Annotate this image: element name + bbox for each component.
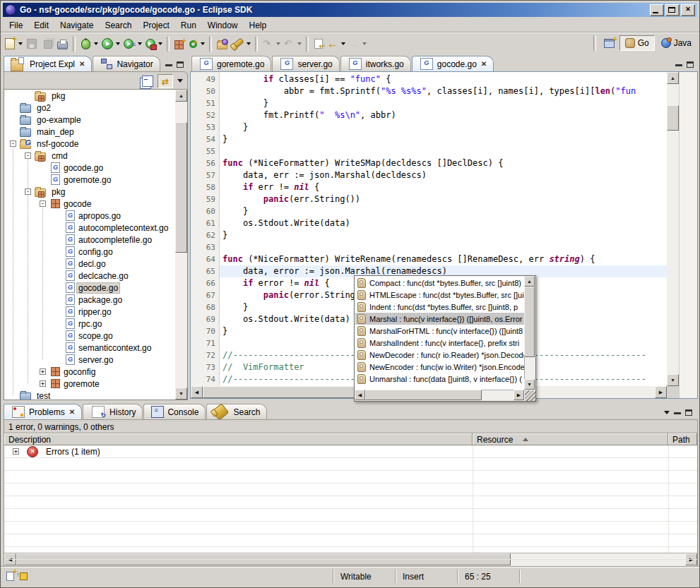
tree-item-decl-go[interactable]: decl.go (54, 258, 187, 270)
print-button[interactable] (55, 35, 70, 52)
tree-item-gocode-go[interactable]: gocode.go (54, 282, 187, 294)
tree-item-rpc-go[interactable]: rpc.go (54, 318, 187, 330)
link-with-editor-icon[interactable] (158, 74, 173, 88)
menu-run[interactable]: Run (175, 19, 202, 32)
popup-hscrollbar-thumb[interactable] (365, 390, 482, 400)
search-button[interactable] (230, 35, 252, 52)
problems-row[interactable]: +Errors (1 item) (4, 445, 697, 458)
tree-item-semanticcontext-go[interactable]: semanticcontext.go (54, 342, 187, 354)
last-edit-location-button[interactable] (312, 35, 326, 52)
view-tab-history[interactable]: History (83, 404, 143, 419)
close-icon[interactable]: ✕ (481, 60, 487, 68)
scroll-left-icon[interactable]: ◀ (355, 390, 365, 400)
view-menu-icon[interactable] (664, 411, 670, 414)
tree-item-goconfig[interactable]: +goconfig (40, 366, 187, 378)
dropdown-arrow-icon[interactable] (138, 42, 142, 45)
perspective-java-button[interactable]: Java (656, 35, 696, 51)
collapse-box-icon[interactable]: - (25, 188, 31, 195)
tree-item-pkg[interactable]: -pkg (25, 186, 187, 198)
popup-vertical-scrollbar[interactable]: ▲ ▼ (524, 276, 535, 390)
scroll-left-icon[interactable]: ◀ (191, 386, 203, 398)
view-minimize-icon[interactable] (165, 64, 172, 66)
view-maximize-icon[interactable] (685, 409, 692, 416)
expand-box-icon[interactable]: + (13, 448, 19, 455)
editor-vertical-scrollbar[interactable]: ▲ ▼ (667, 72, 679, 386)
tree-item-go2[interactable]: go2 (10, 102, 187, 114)
tree-item-scope-go[interactable]: scope.go (54, 330, 187, 342)
completion-item[interactable]: HTMLEscape : func(dst *bytes.Buffer, src… (355, 289, 524, 301)
window-close-button[interactable]: ✕ (681, 4, 695, 16)
new-wizard-button[interactable] (2, 35, 24, 52)
dropdown-arrow-icon[interactable] (247, 42, 251, 45)
completion-item[interactable]: MarshalIndent : func(v interface{}, pref… (355, 337, 524, 349)
collapse-box-icon[interactable]: - (10, 140, 16, 147)
run-last-button[interactable] (121, 35, 143, 52)
popup-horizontal-scrollbar[interactable]: ◀ ▶ (355, 390, 524, 401)
fast-view-icon[interactable] (6, 572, 14, 581)
open-resource-button[interactable] (215, 35, 230, 52)
dropdown-arrow-icon[interactable] (94, 42, 98, 45)
completion-item[interactable]: Indent : func(dst *bytes.Buffer, src []u… (355, 301, 524, 313)
view-tab-problems[interactable]: Problems✕ (4, 404, 82, 419)
column-header-path[interactable]: Path (668, 433, 697, 445)
collapse-box-icon[interactable]: - (40, 200, 46, 207)
scroll-right-icon[interactable]: ▶ (655, 386, 667, 398)
dropdown-arrow-icon[interactable] (158, 42, 162, 45)
view-minimize-icon[interactable] (674, 412, 681, 414)
menu-project[interactable]: Project (137, 19, 174, 32)
new-go-package-button[interactable] (172, 35, 186, 52)
completion-item[interactable]: Marshal : func(v interface{}) ([]uint8, … (355, 313, 524, 325)
view-tab-console[interactable]: Console (143, 404, 206, 419)
completion-item[interactable]: NewDecoder : func(r io.Reader) *json.Dec… (355, 349, 524, 361)
menu-help[interactable]: Help (244, 19, 273, 32)
editor-tab-gocode-go[interactable]: gocode.go✕ (412, 56, 494, 71)
column-header-description[interactable]: Description (4, 433, 473, 445)
scroll-right-icon[interactable]: ▶ (514, 390, 524, 400)
tree-item-config-go[interactable]: config.go (54, 246, 187, 258)
tree-item-apropos-go[interactable]: apropos.go (54, 210, 187, 222)
tree-item-gocode[interactable]: -gocode (40, 198, 187, 210)
scroll-down-icon[interactable]: ▼ (667, 374, 679, 386)
tree-item-cmd[interactable]: -cmd (25, 150, 187, 162)
tree-item-nsf-gocode[interactable]: -nsf-gocode (10, 138, 187, 150)
open-perspective-button[interactable] (601, 35, 617, 52)
scroll-down-icon[interactable]: ▼ (524, 379, 535, 390)
menu-file[interactable]: File (4, 19, 28, 32)
expand-box-icon[interactable]: + (40, 380, 46, 387)
collapse-all-icon[interactable] (142, 76, 153, 87)
menu-window[interactable]: Window (202, 19, 244, 32)
dropdown-arrow-icon[interactable] (362, 42, 367, 45)
back-button[interactable] (326, 35, 347, 52)
column-header-resource[interactable]: Resource (473, 433, 668, 445)
popup-resize-grip[interactable] (525, 390, 535, 401)
editor-vscrollbar-thumb[interactable] (667, 105, 679, 131)
window-maximize-button[interactable] (665, 4, 680, 16)
ext-tools-button[interactable] (143, 35, 164, 52)
close-icon[interactable]: ✕ (79, 60, 85, 68)
expand-box-icon[interactable]: + (40, 368, 46, 375)
editor-tab-goremote-go[interactable]: goremote.go (191, 56, 271, 71)
dropdown-arrow-icon[interactable] (297, 42, 302, 45)
dropdown-arrow-icon[interactable] (116, 42, 120, 45)
editor-tab-server-go[interactable]: server.go (272, 56, 339, 71)
completion-item[interactable]: NewEncoder : func(w io.Writer) *json.Enc… (355, 361, 524, 373)
dropdown-arrow-icon[interactable] (18, 42, 23, 45)
view-menu-icon[interactable] (177, 79, 183, 83)
perspective-go-button[interactable]: Go (619, 35, 655, 51)
view-tab-search[interactable]: Search (206, 404, 267, 419)
editor-tab-itworks-go[interactable]: itworks.go (340, 56, 411, 71)
tree-item-goremote[interactable]: +goremote (40, 378, 187, 390)
completion-item[interactable]: Compact : func(dst *bytes.Buffer, src []… (355, 277, 524, 289)
popup-vscrollbar-thumb[interactable] (524, 287, 535, 357)
new-go-app-button[interactable] (186, 35, 206, 52)
tree-item-declcache-go[interactable]: declcache.go (54, 270, 187, 282)
tree-item-server-go[interactable]: server.go (54, 354, 187, 366)
scroll-up-icon[interactable]: ▲ (524, 276, 535, 287)
dropdown-arrow-icon[interactable] (341, 42, 345, 45)
tree-item-go-example[interactable]: go-example (10, 114, 187, 126)
tree-item-goremote-go[interactable]: goremote.go (40, 174, 187, 186)
view-tab-project-expl[interactable]: Project Expl✕ (4, 56, 92, 71)
run-button[interactable] (100, 35, 121, 52)
tree-item-main-dep[interactable]: main_dep (10, 126, 187, 138)
menu-navigate[interactable]: Navigate (54, 19, 99, 32)
